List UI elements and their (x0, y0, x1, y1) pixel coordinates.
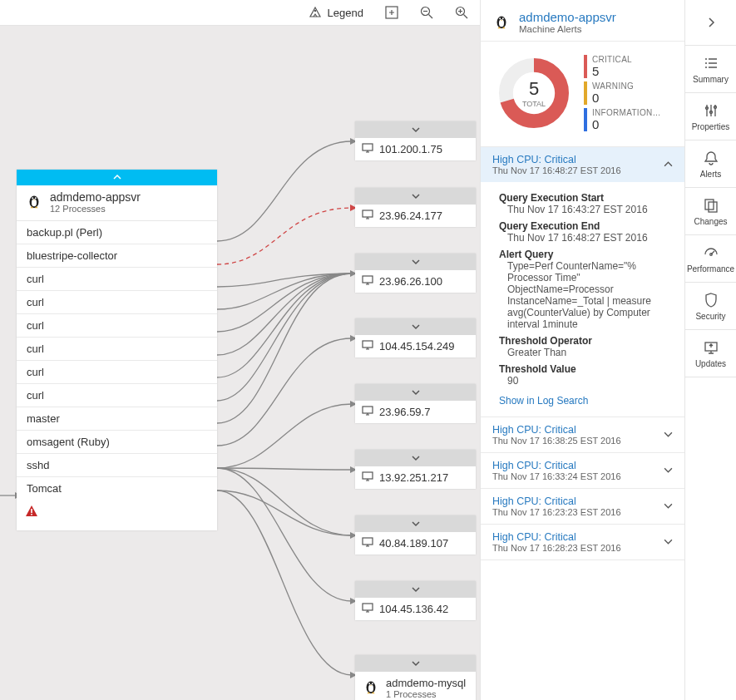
process-row[interactable]: master (17, 407, 217, 431)
chevron-down-icon (664, 499, 673, 514)
monitor-icon (362, 142, 373, 156)
dest-expand-toggle[interactable] (355, 188, 476, 205)
alert-date: Thu Nov 17 16:28:23 EST 2016 (492, 543, 621, 553)
query-value: Type=Perf CounterName="% Processor Time"… (499, 260, 673, 330)
linux-icon (25, 191, 43, 213)
rail-label: Performance (687, 264, 734, 274)
rail-changes[interactable]: Changes (685, 188, 736, 235)
alert-item: High CPU: CriticalThu Nov 17 16:23:23 ES… (481, 489, 684, 525)
monitor-icon (362, 274, 373, 288)
rail-properties[interactable]: Properties (685, 93, 736, 140)
dest-node[interactable]: 23.96.26.100 (355, 254, 476, 293)
svg-rect-23 (363, 341, 373, 348)
alert-header[interactable]: High CPU: CriticalThu Nov 17 16:23:23 ES… (481, 489, 684, 524)
threshold-value-label: Threshold Value (499, 363, 673, 375)
dest-expand-toggle[interactable] (355, 655, 476, 672)
process-row[interactable]: curl (17, 268, 217, 291)
log-search-link[interactable]: Show in Log Search (499, 395, 673, 407)
dest-node[interactable]: 13.92.251.217 (355, 450, 476, 489)
svg-rect-27 (363, 604, 373, 610)
alert-header[interactable]: High CPU: CriticalThu Nov 17 16:33:24 ES… (481, 453, 684, 488)
dest-machine-node[interactable]: admdemo-mysql 1 Processes (355, 655, 476, 700)
exec-end-value: Thu Nov 17 16:48:27 EST 2016 (499, 232, 673, 244)
sev-critical-count: 5 (592, 64, 632, 78)
dest-expand-toggle[interactable] (355, 581, 476, 598)
rail-summary[interactable]: Summary (685, 46, 736, 93)
panel-subtitle: Machine Alerts (519, 24, 616, 34)
process-row[interactable]: curl (17, 384, 217, 407)
rail-label: Changes (694, 217, 727, 226)
rail-performance[interactable]: Performance (685, 235, 736, 283)
card-alert-indicator[interactable] (17, 500, 217, 530)
dest-ip: 13.92.251.217 (379, 471, 448, 484)
dest-ip: 104.45.154.249 (379, 340, 454, 352)
sev-info-label: INFORMATION… (592, 108, 661, 117)
rail-alerts[interactable]: Alerts (685, 140, 736, 188)
sev-info-count: 0 (592, 117, 661, 131)
dest-node[interactable]: 104.45.154.249 (355, 318, 476, 357)
zoom-in-button[interactable] (455, 6, 468, 19)
chevron-down-icon (664, 427, 673, 442)
rail-label: Properties (692, 122, 730, 131)
svg-point-16 (32, 197, 33, 199)
svg-rect-26 (363, 538, 373, 545)
process-row[interactable]: omsagent (Ruby) (17, 431, 217, 454)
dest-ip: 23.96.24.177 (379, 210, 442, 222)
process-row[interactable]: curl (17, 314, 217, 338)
sev-warning-count: 0 (592, 91, 634, 105)
exec-start-label: Query Execution Start (499, 192, 673, 204)
fit-icon (385, 6, 398, 19)
legend-button[interactable]: Legend (309, 6, 363, 19)
rail-security[interactable]: Security (685, 283, 736, 330)
alert-header[interactable]: High CPU: CriticalThu Nov 17 16:28:23 ES… (481, 525, 684, 560)
dest-machine-subtitle: 1 Processes (386, 689, 466, 699)
panel-header: admdemo-appsvr Machine Alerts (481, 0, 684, 42)
process-row[interactable]: curl (17, 338, 217, 361)
donut-chart: 5 TOTAL (494, 53, 574, 133)
svg-point-34 (499, 17, 501, 19)
dest-ip: 101.200.1.75 (379, 143, 442, 155)
dest-expand-toggle[interactable] (355, 515, 476, 532)
dest-ip: 23.96.26.100 (379, 275, 442, 288)
source-subtitle: 12 Processes (50, 204, 141, 214)
alert-details: Query Execution Start Thu Nov 17 16:43:2… (481, 182, 684, 417)
dependency-map-canvas[interactable]: Legend (0, 0, 480, 700)
zoom-out-button[interactable] (420, 6, 433, 19)
dest-node[interactable]: 101.200.1.75 (355, 121, 476, 160)
source-header: admdemo-appsvr 12 Processes (17, 185, 217, 221)
threshold-op-label: Threshold Operator (499, 335, 673, 347)
linux-icon (492, 12, 511, 33)
severity-bar-warning (584, 81, 587, 105)
dest-expand-toggle[interactable] (355, 254, 476, 270)
machine-alerts-panel: admdemo-appsvr Machine Alerts 5 TOTAL CR… (480, 0, 736, 700)
process-row[interactable]: curl (17, 291, 217, 314)
dest-node[interactable]: 40.84.189.107 (355, 515, 476, 555)
map-toolbar: Legend (0, 0, 480, 26)
process-row[interactable]: sshd (17, 454, 217, 477)
source-machine-card[interactable]: admdemo-appsvr 12 Processes backup.pl (P… (17, 170, 217, 530)
dest-node[interactable]: 23.96.59.7 (355, 384, 476, 423)
alert-date: Thu Nov 17 16:23:23 EST 2016 (492, 507, 621, 517)
alert-header[interactable]: High CPU: Critical Thu Nov 17 16:48:27 E… (481, 147, 684, 182)
svg-rect-41 (705, 200, 714, 210)
dest-expand-toggle[interactable] (355, 384, 476, 401)
alert-header[interactable]: High CPU: CriticalThu Nov 17 16:38:25 ES… (481, 417, 684, 452)
dest-expand-toggle[interactable] (355, 450, 476, 466)
fit-to-screen-button[interactable] (385, 6, 398, 19)
process-row[interactable]: bluestripe-collector (17, 244, 217, 268)
panel-expand-button[interactable] (685, 0, 736, 46)
svg-rect-24 (363, 407, 373, 413)
zoom-in-icon (455, 6, 468, 19)
rail-updates[interactable]: Updates (685, 330, 736, 377)
process-row[interactable]: backup.pl (Perl) (17, 221, 217, 244)
monitor-icon (362, 471, 373, 485)
process-row[interactable]: Tomcat (17, 477, 217, 500)
dest-expand-toggle[interactable] (355, 121, 476, 138)
svg-rect-21 (363, 210, 373, 217)
alert-title: High CPU: Critical (492, 424, 621, 436)
process-row[interactable]: curl (17, 361, 217, 384)
dest-expand-toggle[interactable] (355, 318, 476, 335)
dest-node[interactable]: 104.45.136.42 (355, 581, 476, 620)
dest-node[interactable]: 23.96.24.177 (355, 188, 476, 227)
collapse-toggle[interactable] (17, 172, 217, 185)
